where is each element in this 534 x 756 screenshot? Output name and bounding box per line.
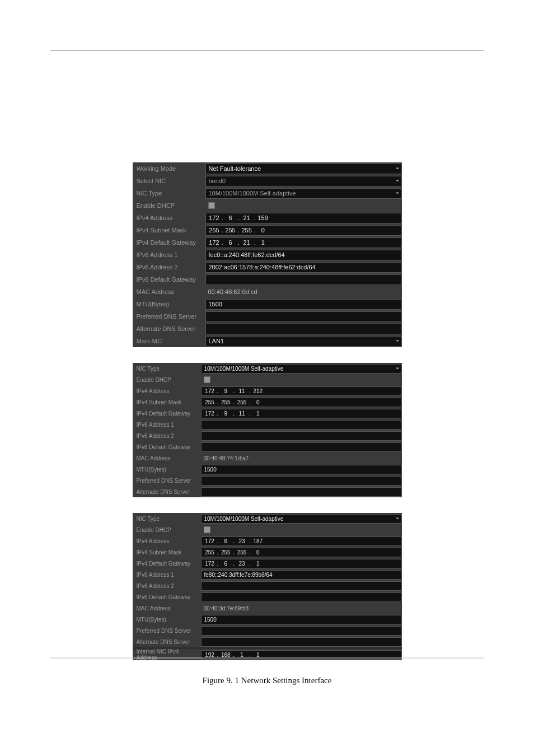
ipv4-mask-input[interactable]: 255. 255. 255. 0 (201, 398, 402, 407)
select-nic-select[interactable]: bond0 (205, 176, 402, 186)
ipv6-addr1-input[interactable]: fec0::a:240:48ff:fe62:dcd/64 (205, 250, 402, 260)
ipv4-gateway-label: IPv4 Default Gateway (133, 410, 201, 417)
preferred-dns-label: Preferred DNS Server (133, 478, 201, 484)
ipv4-address-label: IPv4 Address (133, 388, 201, 394)
working-mode-select[interactable]: Net Fault-tolerance (205, 164, 402, 174)
ipv6-addr2-label: IPv6 Address 2 (133, 264, 205, 270)
mac-address-value: 00:40:48:62:0d:cd (205, 288, 257, 295)
enable-dhcp-checkbox[interactable] (204, 376, 210, 383)
network-panel-3: NIC Type 10M/100M/1000M Self-adaptive En… (133, 513, 402, 660)
alternate-dns-input[interactable] (201, 637, 402, 647)
ipv4-address-label: IPv4 Address (133, 214, 205, 221)
ipv6-addr1-label: IPv6 Address 1 (133, 422, 201, 428)
ipv4-gateway-input[interactable]: 172. 9. 11. 1 (201, 409, 402, 418)
ipv4-address-input[interactable]: 172. 6. 21. 159 (205, 213, 402, 223)
ipv6-addr1-label: IPv6 Address 1 (133, 251, 205, 258)
ipv4-gateway-input[interactable]: 172. 6. 23. 1 (201, 559, 402, 568)
enable-dhcp-checkbox[interactable] (208, 202, 215, 209)
chevron-down-icon (396, 368, 399, 370)
alternate-dns-input[interactable] (205, 324, 402, 334)
ipv4-gateway-label: IPv4 Default Gateway (133, 561, 201, 567)
network-panel-2: NIC Type 10M/100M/1000M Self-adaptive En… (133, 363, 402, 497)
enable-dhcp-checkbox[interactable] (204, 526, 210, 533)
ipv4-mask-label: IPv4 Subnet Mask (133, 549, 201, 556)
ipv4-mask-label: IPv4 Subnet Mask (133, 399, 201, 405)
nic-type-label: NIC Type (133, 190, 205, 197)
main-nic-label: Main NIC (133, 338, 205, 344)
mtu-input[interactable]: 1500 (201, 465, 402, 474)
preferred-dns-input[interactable] (201, 626, 402, 636)
ipv4-mask-input[interactable]: 255. 255. 255. 0 (201, 548, 402, 557)
nic-type-label: NIC Type (133, 516, 201, 522)
mac-address-value: 00:40:3d:7e:89:b8 (201, 605, 249, 612)
alternate-dns-label: Alternate DNS Server (133, 489, 201, 495)
mac-address-label: MAC Address (133, 288, 205, 295)
nic-type-select[interactable]: 10M/100M/1000M Self-adaptive (201, 514, 402, 524)
ipv6-addr2-label: IPv6 Address 2 (133, 583, 201, 589)
ipv6-gateway-label: IPv6 Default Gateway (133, 276, 205, 283)
ipv6-gateway-input[interactable] (205, 274, 402, 285)
ipv6-addr2-input[interactable]: 2002:ac06:1578:a:240:48ff:fe62:dcd/64 (205, 262, 402, 273)
mtu-label: MTU(Bytes) (133, 466, 201, 473)
chevron-down-icon (396, 180, 399, 182)
ipv6-addr1-input[interactable]: fe80::240:3dff:fe7e:89b8/64 (201, 570, 402, 580)
ipv6-gateway-input[interactable] (201, 592, 402, 602)
chevron-down-icon (396, 340, 399, 342)
network-panel-1: Working Mode Net Fault-tolerance Select … (133, 162, 402, 347)
alternate-dns-label: Alternate DNS Server (133, 325, 205, 332)
ipv4-gateway-label: IPv4 Default Gateway (133, 239, 205, 246)
ipv6-gateway-label: IPv6 Default Gateway (133, 444, 201, 450)
ipv4-mask-input[interactable]: 255. 255. 255. 0 (205, 225, 402, 236)
alternate-dns-label: Alternate DNS Server (133, 639, 201, 645)
ipv4-mask-label: IPv4 Subnet Mask (133, 227, 205, 234)
ipv6-addr2-label: IPv6 Address 2 (133, 433, 201, 439)
mtu-label: MTU(Bytes) (133, 617, 201, 623)
mac-address-label: MAC Address (133, 455, 201, 461)
figure-caption: Figure 9. 1 Network Settings Interface (50, 676, 484, 685)
main-nic-select[interactable]: LAN1 (205, 336, 402, 347)
mtu-label: MTU(Bytes) (133, 301, 205, 307)
ipv4-address-label: IPv4 Address (133, 538, 201, 544)
ipv4-address-input[interactable]: 172. 6. 23. 187 (201, 536, 402, 546)
enable-dhcp-label: Enable DHCP (133, 377, 201, 383)
ipv6-addr2-input[interactable] (201, 431, 402, 441)
preferred-dns-input[interactable] (201, 476, 402, 486)
preferred-dns-label: Preferred DNS Server (133, 313, 205, 320)
mac-address-value: 00:40:48:74:1d:a7 (201, 455, 249, 461)
chevron-down-icon (396, 168, 399, 170)
chevron-down-icon (396, 518, 399, 520)
ipv6-addr2-input[interactable] (201, 581, 402, 591)
select-nic-label: Select NIC (133, 178, 205, 184)
ipv6-gateway-label: IPv6 Default Gateway (133, 594, 201, 600)
enable-dhcp-label: Enable DHCP (133, 202, 205, 209)
preferred-dns-input[interactable] (205, 311, 402, 322)
mtu-input[interactable]: 1500 (201, 615, 402, 624)
nic-type-label: NIC Type (133, 366, 201, 372)
mtu-input[interactable]: 1500 (205, 299, 402, 310)
ipv6-gateway-input[interactable] (201, 442, 402, 452)
nic-type-select[interactable]: 10M/100M/1000M Self-adaptive (205, 188, 402, 199)
ipv6-addr1-input[interactable] (201, 420, 402, 430)
ipv4-gateway-input[interactable]: 172. 6. 21. 1 (205, 237, 402, 248)
enable-dhcp-label: Enable DHCP (133, 527, 201, 533)
ipv6-addr1-label: IPv6 Address 1 (133, 572, 201, 578)
nic-type-select[interactable]: 10M/100M/1000M Self-adaptive (201, 364, 402, 374)
chevron-down-icon (396, 193, 399, 194)
alternate-dns-input[interactable] (201, 487, 402, 497)
ipv4-address-input[interactable]: 172. 9. 11. 212 (201, 386, 402, 396)
preferred-dns-label: Preferred DNS Server (133, 628, 201, 634)
mac-address-label: MAC Address (133, 605, 201, 612)
working-mode-label: Working Mode (133, 165, 205, 172)
